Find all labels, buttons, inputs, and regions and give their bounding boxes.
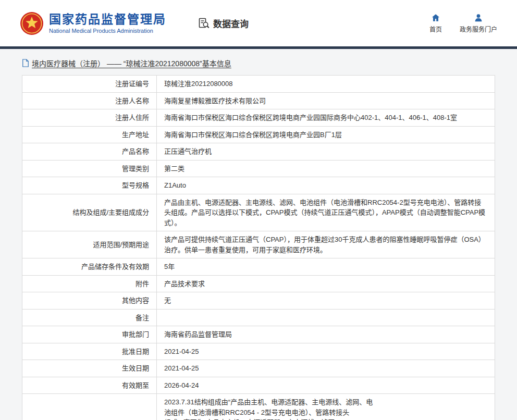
registration-info-table: 注册证编号琼械注准20212080008注册人名称海南复星博毅雅医疗技术有限公司… [22, 75, 495, 420]
home-icon [431, 13, 440, 22]
row-value: 海南复星博毅雅医疗技术有限公司 [157, 92, 495, 109]
org-name-cn: 国家药品监督管理局 [49, 13, 166, 27]
nav-portal-label: 政务服务门户 [460, 24, 497, 33]
row-label: 产品储存条件及有效期 [22, 258, 157, 276]
table-row: 生效日期2021-04-25 [22, 360, 495, 377]
row-value: Z1Auto [157, 177, 495, 194]
row-value: 2021-04-25 [157, 343, 495, 360]
table-row: 有效期至2026-04-24 [22, 377, 495, 394]
nmpa-brand[interactable]: 国家药品监督管理局 National Medical Products Admi… [20, 11, 166, 35]
row-value: 海南省药品监督管理局 [157, 326, 495, 343]
org-name-en: National Medical Products Administration [49, 28, 166, 34]
nav-portal[interactable]: 政务服务门户 [460, 13, 497, 33]
row-label: 有效期至 [22, 377, 157, 394]
row-label: 备注 [22, 309, 157, 326]
table-row: 注册证编号琼械注准20212080008 [22, 76, 495, 93]
data-query-icon [198, 17, 210, 30]
table-row: 结构及组成/主要组成成分产品由主机、电源适配器、主电源线、滤网、电池组件（电池滑… [22, 194, 495, 231]
row-label: 注册人住所 [22, 109, 157, 127]
row-label: 审批部门 [22, 326, 157, 343]
top-nav: 首页 政务服务门户 [429, 13, 497, 33]
table-row: 生产地址海南省海口市保税区海口综合保税区跨境电商产业园B厂1层 [22, 126, 495, 143]
row-value: 无 [157, 292, 495, 310]
table-row: 产品名称正压通气治疗机 [22, 143, 495, 160]
row-label: 产品名称 [22, 143, 157, 160]
row-value: 2023.7.31结构组成由“产品由主机、电源适配器、主电源线、滤网、电 池组件… [157, 394, 495, 420]
row-label: 附件 [22, 275, 157, 292]
brand-text: 国家药品监督管理局 National Medical Products Admi… [49, 13, 166, 34]
site-header: 国家药品监督管理局 National Medical Products Admi… [0, 0, 517, 46]
table-row: 其他内容无 [22, 292, 495, 310]
national-emblem-icon [20, 11, 44, 35]
row-label: 批准日期 [22, 343, 157, 360]
user-icon [474, 13, 483, 22]
table-row: 型号规格Z1Auto [22, 177, 495, 194]
row-value [157, 309, 495, 326]
row-label: 型号规格 [22, 177, 157, 194]
row-label: 生效日期 [22, 360, 157, 377]
row-label: 注册人名称 [22, 92, 157, 109]
row-value: 第二类 [157, 160, 495, 177]
row-value: 琼械注准20212080008 [157, 76, 495, 93]
row-label: 注册证编号 [22, 76, 157, 93]
row-value: 正压通气治疗机 [157, 143, 495, 160]
row-value: 海南省海口市保税区海口综合保税区跨境电商产业园B厂1层 [157, 126, 495, 143]
row-value: 2021-04-25 [157, 360, 495, 377]
table-row: 变更情况2023.7.31结构组成由“产品由主机、电源适配器、主电源线、滤网、电… [22, 394, 495, 420]
nav-home-label: 首页 [429, 24, 442, 33]
table-row: 管理类别第二类 [22, 160, 495, 177]
row-label: 管理类别 [22, 160, 157, 177]
table-row: 注册人名称海南复星博毅雅医疗技术有限公司 [22, 92, 495, 109]
row-value: 产品由主机、电源适配器、主电源线、滤网、电池组件（电池滑槽和RRC2054-2型… [157, 194, 495, 231]
nav-home[interactable]: 首页 [429, 13, 442, 33]
table-row: 附件产品技术要求 [22, 275, 495, 292]
table-row: 审批部门海南省药品监督管理局 [22, 326, 495, 343]
table-row: 产品储存条件及有效期5年 [22, 258, 495, 276]
page-title-text: 境内医疗器械（注册） —— “琼械注准20212080008”基本信息 [32, 58, 231, 68]
row-value: 该产品可提供持续气道正压通气（CPAP），用于体重超过30千克成人患者的阻塞性睡… [157, 231, 495, 258]
data-query-tab[interactable]: 数据查询 [198, 17, 249, 30]
row-label: 生产地址 [22, 126, 157, 143]
row-label: 变更情况 [22, 394, 157, 420]
row-label: 结构及组成/主要组成成分 [22, 194, 157, 231]
row-value: 2026-04-24 [157, 377, 495, 394]
row-value: 5年 [157, 258, 495, 276]
row-value: 海南省海口市保税区海口综合保税区跨境电商产业园国际商务中心402-1、404-1… [157, 109, 495, 127]
document-icon [22, 59, 29, 67]
table-row: 批准日期2021-04-25 [22, 343, 495, 360]
row-label: 适用范围/预期用途 [22, 231, 157, 258]
table-row: 注册人住所海南省海口市保税区海口综合保税区跨境电商产业园国际商务中心402-1、… [22, 109, 495, 127]
main-content: 境内医疗器械（注册） —— “琼械注准20212080008”基本信息 注册证编… [0, 49, 517, 420]
row-label: 其他内容 [22, 292, 157, 310]
table-row: 适用范围/预期用途该产品可提供持续气道正压通气（CPAP），用于体重超过30千克… [22, 231, 495, 258]
table-row: 备注 [22, 309, 495, 326]
row-value: 产品技术要求 [157, 275, 495, 292]
page-title: 境内医疗器械（注册） —— “琼械注准20212080008”基本信息 [22, 58, 495, 68]
data-query-label: 数据查询 [213, 17, 249, 30]
